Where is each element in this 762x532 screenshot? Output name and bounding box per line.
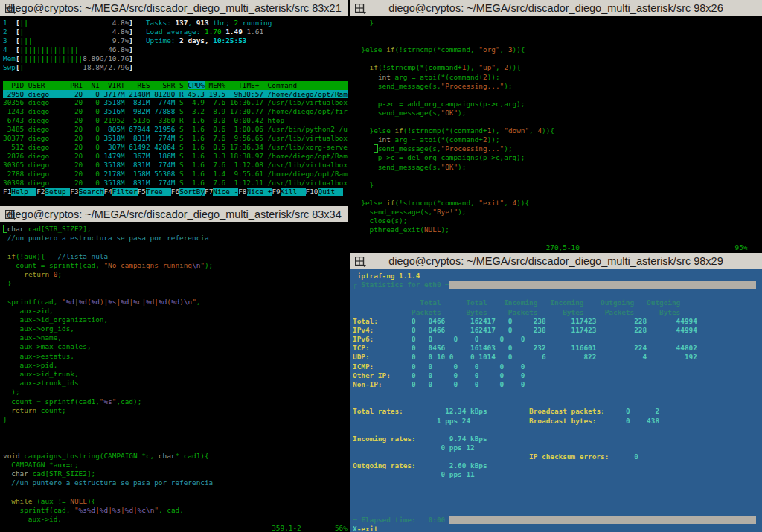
terminal-line: count = sprintf(cad, "No campaigns runni… — [3, 261, 348, 270]
terminal-line: while (aux != NULL){ — [3, 497, 348, 506]
terminal-line: } — [3, 415, 348, 424]
terminal-line: send_message(s,"OK"); — [353, 163, 762, 172]
terminal-line: int arg = atoi(*(command+2)); — [353, 135, 762, 144]
terminal-line — [3, 443, 348, 452]
htop-terminal[interactable]: 1 [|| 4.8%] Tasks: 137, 913 thr; 2 runni… — [0, 16, 348, 204]
terminal-line: Incoming rates: 9.74 kBps — [353, 435, 762, 443]
terminal-line: iptraf-ng 1.1.4 — [353, 272, 762, 281]
terminal-line — [3, 424, 348, 433]
terminal-line: ICMP: 0 0 0 0 0 0 — [353, 362, 762, 371]
terminal-line — [353, 190, 762, 199]
window-title: diego@cryptos: ~/MEGA/src/discador_diego… — [350, 255, 762, 267]
terminal-line: void campaigns_tostring(CAMPAIGN *c, cha… — [3, 452, 348, 461]
terminal-line: 2950 diego 20 0 3717M 2148M 81280 R 45.3… — [3, 90, 348, 99]
terminal-line: IPv4: 0 0466 162417 0 238 117423 228 449… — [353, 326, 762, 335]
terminal-line — [353, 426, 762, 435]
terminal-line: return count; — [3, 406, 348, 415]
terminal-line: 4 [|||||||||||||| 46.8%] — [3, 45, 348, 54]
terminal-line: Swp[| 18.8M/2.79G] — [3, 63, 348, 72]
titlebar-iptraf[interactable]: diego@cryptos: ~/MEGA/src/discador_diego… — [350, 253, 762, 269]
terminal-line: IPv6: 0 0 0 0 0 0 — [353, 335, 762, 344]
terminal-line: if(!aux){ //lista nula — [3, 252, 348, 261]
terminal-line: aux->id_organization, — [3, 315, 348, 324]
terminal-line: p->c = add_org_campaigns(p->c,arg); — [353, 100, 762, 109]
terminal-line: aux->trunk_ids — [3, 379, 348, 388]
terminal-line: ┌ Statistics for eth0 ─ — [353, 281, 762, 289]
terminal-line: sprintf(cad, "%d|%d(%d)|%s|%d|%c|%d|%d(%… — [3, 298, 348, 307]
terminal-line: Total: 0 0466 162417 0 238 117423 228 44… — [353, 317, 762, 326]
window-title: diego@cryptos: ~/MEGA/src/discador_diego… — [0, 2, 348, 14]
terminal-line — [3, 72, 348, 81]
titlebar-htop[interactable]: diego@cryptos: ~/MEGA/src/discador_diego… — [0, 0, 348, 16]
terminal-line: 2876 diego 20 0 1479M 367M 186M S 1.6 3.… — [3, 152, 348, 161]
terminal-line: TCP: 0 0456 161403 0 232 116601 224 4480… — [353, 344, 762, 353]
terminal-line: 1 pps 24 Broadcast bytes: 0 438 — [353, 417, 762, 426]
terminal-line: IP checksum errors: 0 — [353, 452, 762, 461]
terminal-line: if(!strncmp(*(command+1), "up", 2)){ — [353, 63, 762, 72]
terminal-line: return 0; — [3, 270, 348, 279]
iptraf-terminal[interactable]: iptraf-ng 1.1.4┌ Statistics for eth0 ─ T… — [350, 269, 762, 532]
vim-terminal-right[interactable]: } }else if(!strncmp(*command, "org", 3))… — [350, 16, 762, 251]
terminal-line: PID USER PRI NI VIRT RES SHR S CPU% MEM%… — [3, 81, 348, 90]
terminal-line: F1Help F2Setup F3SearchF4FilterF5Tree F6… — [3, 188, 348, 196]
terminal-line — [353, 54, 762, 63]
terminal-line: Non-IP: 0 0 0 0 0 0 — [353, 380, 762, 389]
terminal-line — [353, 398, 762, 407]
terminal-line: 1 [|| 4.8%] Tasks: 137, 913 thr; 2 runni… — [3, 19, 348, 28]
terminal-line: send_message(s,"Processing..."); — [353, 144, 762, 153]
terminal-line: 512 diego 20 0 307M 61492 42064 S 1.6 0.… — [3, 143, 348, 152]
terminal-line: 2 [| 4.8%] Load average: 1.70 1.49 1.61 — [3, 28, 348, 36]
terminal-line: aux->estatus, — [3, 352, 348, 361]
window-title: diego@cryptos: ~/MEGA/src/discador_diego… — [350, 2, 762, 14]
terminal-line — [353, 507, 762, 516]
terminal-line — [3, 433, 348, 442]
titlebar-vim-right[interactable]: diego@cryptos: ~/MEGA/src/discador_diego… — [350, 0, 762, 16]
window-htop: diego@cryptos: ~/MEGA/src/discador_diego… — [0, 0, 348, 204]
terminal-line: count = sprintf(cad1,"%s",cad); — [3, 397, 348, 406]
terminal-line: 30356 diego 20 0 3518M 831M 774M S 4.9 7… — [3, 98, 348, 107]
terminal-line: }else if(!strncmp(*(command+1), "down", … — [353, 126, 762, 135]
terminal-line: 359,1-2 56% — [3, 524, 348, 532]
terminal-line: Total Total Incoming Incoming Outgoing O… — [353, 298, 762, 307]
terminal-line: 2788 diego 20 0 2178M 158M 55308 S 1.6 1… — [3, 170, 348, 179]
terminal-line: }else if(!strncmp(*command, "exit", 4)){ — [353, 199, 762, 208]
terminal-line: 6743 diego 20 0 21952 5136 3360 R 1.6 0.… — [3, 116, 348, 125]
terminal-line — [3, 243, 348, 251]
terminal-line: ); — [3, 388, 348, 397]
terminal-line: 0 pps 12 — [353, 443, 762, 452]
terminal-line — [353, 118, 762, 126]
terminal-line — [3, 487, 348, 496]
terminal-line: close(s); — [353, 217, 762, 225]
terminal-line: p->c = del_org_campaigns(p->c,arg); — [353, 153, 762, 162]
terminal-line: Mem[|||||||||||||||8.89G/10.7G] — [3, 54, 348, 63]
terminal-line — [353, 36, 762, 45]
desktop: diego@cryptos: ~/MEGA/src/discador_diego… — [0, 0, 762, 532]
vim-terminal-left[interactable]: char cad[STR_SIZE2]; //un puntero a estr… — [0, 222, 348, 532]
terminal-line — [353, 28, 762, 36]
window-vim-left: diego@cryptos: ~/MEGA/src/discador_diego… — [0, 206, 348, 532]
terminal-line: X-exit — [353, 525, 762, 532]
terminal-line: //un puntero a estructura se pasa por re… — [3, 478, 348, 487]
terminal-line — [353, 289, 762, 298]
terminal-line: ─ Elapsed time: 0:00 — [353, 516, 762, 525]
terminal-line: aux->max_canales, — [3, 342, 348, 351]
terminal-line: aux->id, — [3, 515, 348, 524]
terminal-line: char cad[STR_SIZE2]; — [3, 225, 348, 234]
terminal-line: } — [353, 181, 762, 190]
terminal-line — [353, 234, 762, 243]
terminal-line: 0 pps 11 — [353, 470, 762, 479]
terminal-line: 30377 diego 20 0 3518M 831M 774M S 1.6 7… — [3, 134, 348, 143]
terminal-line: } — [3, 279, 348, 288]
terminal-line: 270,5-10 95% — [353, 243, 762, 251]
terminal-line: aux->pid, — [3, 361, 348, 370]
window-iptraf: diego@cryptos: ~/MEGA/src/discador_diego… — [350, 253, 762, 532]
terminal-line — [353, 489, 762, 498]
terminal-line: aux->name, — [3, 333, 348, 342]
terminal-line: UDP: 0 0 10 0 0 1014 0 6 822 4 192 — [353, 353, 762, 362]
terminal-line: Outgoing rates: 2.60 kBps — [353, 461, 762, 470]
titlebar-vim-left[interactable]: diego@cryptos: ~/MEGA/src/discador_diego… — [0, 206, 348, 222]
terminal-line: send_message(s,"Processing..."); — [353, 82, 762, 91]
terminal-line: 30398 diego 20 0 3518M 831M 774M S 1.6 7… — [3, 179, 348, 188]
terminal-line: 3485 diego 20 0 805M 67944 21956 S 1.6 0… — [3, 125, 348, 134]
terminal-line: aux->id_trunk, — [3, 370, 348, 379]
